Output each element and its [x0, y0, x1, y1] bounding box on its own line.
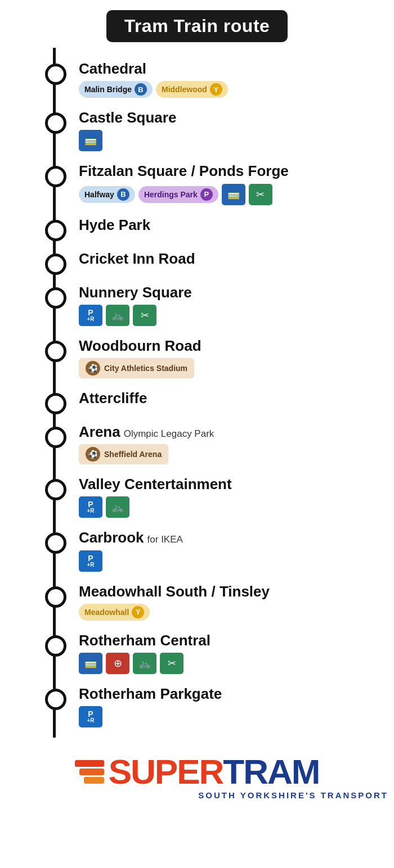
route-pill-badge: MiddlewoodY [156, 81, 228, 98]
venue-label: Sheffield Arena [104, 450, 162, 459]
logo-tagline: SOUTH YORKSHIRE'S TRANSPORT [198, 790, 394, 800]
station-name-line: Rotherham Parkgate [79, 685, 394, 703]
pill-letter: Y [132, 606, 144, 618]
logo-flame [75, 760, 104, 784]
park-ride-icon: P+R [79, 706, 102, 727]
pill-letter: B [135, 83, 147, 96]
station-item: Rotherham ParkgateP+R [34, 679, 394, 732]
station-name: Cricket Inn Road [79, 250, 195, 267]
page-title: Tram Train route [106, 10, 288, 42]
station-badges: P+R [79, 706, 394, 727]
logo-text-super: SUPER [109, 754, 223, 789]
park-ride-icon: P+R [79, 496, 102, 518]
station-badges: P+R🚲✂ [79, 305, 394, 326]
supertram-logo: SUPERTRAM [75, 754, 320, 789]
station-badges: Malin BridgeBMiddlewoodY [79, 81, 394, 98]
station-name: Rotherham Central [79, 632, 211, 649]
station-name-line: Cathedral [79, 60, 394, 78]
station-name: Meadowhall South / Tinsley [79, 583, 270, 600]
pill-label: Meadowhall [84, 608, 129, 617]
station-name: Attercliffe [79, 390, 147, 406]
pill-label: Malin Bridge [84, 85, 132, 94]
venue-icon: ⚽ [86, 361, 100, 376]
station-badges: ⚽City Athletics Stadium [79, 358, 394, 378]
station-name-line: Attercliffe [79, 390, 394, 407]
station-item: CathedralMalin BridgeBMiddlewoodY [34, 53, 394, 102]
station-name-line: Hyde Park [79, 216, 394, 234]
tram-icon: 🚃 [222, 184, 245, 205]
station-name: Hyde Park [79, 216, 150, 233]
station-name-suffix: for IKEA [147, 534, 183, 545]
station-name-line: Meadowhall South / Tinsley [79, 583, 394, 600]
taxi-icon: ✂ [249, 184, 272, 205]
pill-letter: P [200, 188, 213, 201]
station-name-line: Nunnery Square [79, 284, 394, 301]
station-name-line: Woodbourn Road [79, 337, 394, 355]
station-name: Nunnery Square [79, 284, 192, 301]
supertram-logo-area: SUPERTRAM SOUTH YORKSHIRE'S TRANSPORT [0, 754, 394, 811]
station-badges: MeadowhallY [79, 604, 394, 621]
station-name: Castle Square [79, 109, 176, 126]
station-badges: P+R [79, 550, 394, 572]
venue-badge: ⚽Sheffield Arena [79, 444, 168, 464]
station-item: Nunnery SquareP+R🚲✂ [34, 277, 394, 331]
route-pill-badge: HalfwayB [79, 186, 135, 203]
station-name-line: Castle Square [79, 109, 394, 126]
taxi-icon: ✂ [160, 653, 183, 674]
logo-text-tram: TRAM [223, 754, 319, 789]
station-item: Meadowhall South / TinsleyMeadowhallY [34, 576, 394, 625]
station-name-line: Cricket Inn Road [79, 250, 394, 268]
park-ride-icon: P+R [79, 305, 102, 326]
park-ride-icon: P+R [79, 550, 102, 572]
cycle-hire-icon: 🚲 [106, 305, 129, 326]
station-badges: ⚽Sheffield Arena [79, 444, 394, 464]
route-pill-badge: MeadowhallY [79, 604, 150, 621]
station-item: Attercliffe [34, 383, 394, 417]
station-badges: 🚃⊕🚲✂ [79, 653, 394, 674]
venue-label: City Athletics Stadium [104, 364, 187, 373]
venue-icon: ⚽ [86, 447, 100, 462]
flame-stripe-2 [79, 768, 104, 775]
flame-stripe-3 [84, 777, 104, 784]
pill-letter: B [117, 188, 129, 201]
station-item: Fitzalan Square / Ponds ForgeHalfwayBHer… [34, 156, 394, 209]
station-name: Woodbourn Road [79, 337, 202, 354]
station-name-line: Carbrookfor IKEA [79, 529, 394, 546]
station-name: Cathedral [79, 60, 146, 77]
taxi-icon: ✂ [133, 305, 156, 326]
route-pill-badge: Malin BridgeB [79, 81, 153, 98]
station-name-line: Valley Centertainment [79, 476, 394, 493]
station-item: Castle Square🚃 [34, 102, 394, 156]
venue-badge: ⚽City Athletics Stadium [79, 358, 194, 378]
station-item: Carbrookfor IKEAP+R [34, 522, 394, 576]
pill-letter: Y [210, 83, 222, 96]
pill-label: Herdings Park [144, 190, 198, 199]
station-badges: 🚃 [79, 130, 394, 151]
station-name: Carbrook [79, 529, 144, 546]
station-item: ArenaOlympic Legacy Park⚽Sheffield Arena [34, 417, 394, 469]
station-badges: HalfwayBHerdings ParkP🚃✂ [79, 184, 394, 205]
station-name-line: ArenaOlympic Legacy Park [79, 423, 394, 441]
route-container: CathedralMalin BridgeBMiddlewoodYCastle … [34, 48, 394, 738]
station-name: Fitzalan Square / Ponds Forge [79, 162, 289, 179]
station-item: Valley CentertainmentP+R🚲 [34, 469, 394, 522]
cycle-hire-icon: 🚲 [133, 653, 156, 674]
station-badges: P+R🚲 [79, 496, 394, 518]
tram-icon: 🚃 [79, 130, 102, 151]
pill-label: Middlewood [162, 85, 207, 94]
station-item: Woodbourn Road⚽City Athletics Stadium [34, 331, 394, 383]
station-name-line: Rotherham Central [79, 632, 394, 649]
pill-label: Halfway [84, 190, 114, 199]
station-name: Rotherham Parkgate [79, 685, 222, 702]
station-name: Arena [79, 423, 120, 440]
route-pill-badge: Herdings ParkP [138, 186, 218, 203]
station-name-suffix: Olympic Legacy Park [124, 428, 214, 439]
station-item: Cricket Inn Road [34, 243, 394, 277]
tram-icon: 🚃 [79, 653, 102, 674]
flame-stripe-1 [75, 760, 104, 767]
station-item: Hyde Park [34, 210, 394, 243]
cycle-hire-icon: 🚲 [106, 496, 129, 518]
station-name-line: Fitzalan Square / Ponds Forge [79, 162, 394, 180]
station-item: Rotherham Central🚃⊕🚲✂ [34, 625, 394, 679]
station-name: Valley Centertainment [79, 476, 232, 492]
